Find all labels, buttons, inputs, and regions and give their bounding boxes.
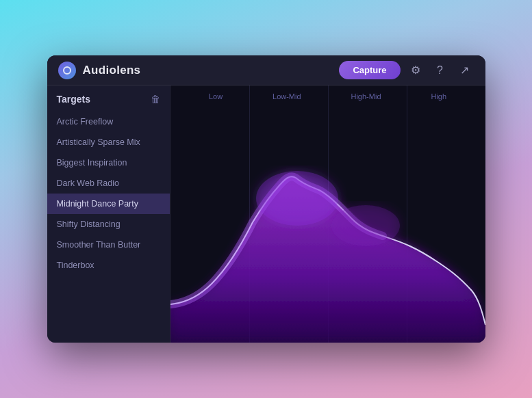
titlebar-actions: Capture ⚙ ? ↗ <box>339 61 474 80</box>
app-title: Audiolens <box>83 64 340 77</box>
visualization-panel: Low Low-Mid High-Mid High <box>170 85 485 343</box>
logo-icon <box>63 66 71 75</box>
sidebar-item-arctic-freeflow[interactable]: Arctic Freeflow <box>47 111 170 132</box>
external-link-button[interactable]: ↗ <box>455 61 474 80</box>
sidebar-item-tinderbox[interactable]: Tinderbox <box>47 255 170 276</box>
capture-button[interactable]: Capture <box>339 61 400 79</box>
sidebar-title: Targets <box>57 94 91 105</box>
sidebar-item-midnight-dance-party[interactable]: Midnight Dance Party <box>47 194 170 214</box>
app-window: Audiolens Capture ⚙ ? ↗ Targets 🗑 Arctic… <box>47 55 485 343</box>
titlebar: Audiolens Capture ⚙ ? ↗ <box>47 55 485 85</box>
app-logo <box>58 62 76 79</box>
sidebar-item-shifty-distancing[interactable]: Shifty Distancing <box>47 214 170 235</box>
targets-list: Arctic FreeflowArtistically Sparse MixBi… <box>47 111 170 276</box>
sidebar-item-biggest-inspiration[interactable]: Biggest Inspiration <box>47 152 170 173</box>
sidebar-item-dark-web-radio[interactable]: Dark Web Radio <box>47 173 170 194</box>
settings-icon: ⚙ <box>411 64 420 77</box>
sidebar-item-artistically-sparse-mix[interactable]: Artistically Sparse Mix <box>47 132 170 152</box>
arrow-icon: ↗ <box>460 64 469 77</box>
spectrum-visualization <box>170 85 485 343</box>
svg-point-0 <box>256 171 338 226</box>
sidebar: Targets 🗑 Arctic FreeflowArtistically Sp… <box>47 85 170 343</box>
svg-point-1 <box>331 205 400 246</box>
settings-button[interactable]: ⚙ <box>406 61 425 80</box>
help-button[interactable]: ? <box>431 61 450 80</box>
sidebar-item-smoother-than-butter[interactable]: Smoother Than Butter <box>47 235 170 255</box>
help-icon: ? <box>437 64 443 77</box>
delete-target-icon[interactable]: 🗑 <box>151 94 160 105</box>
main-content: Targets 🗑 Arctic FreeflowArtistically Sp… <box>47 85 485 343</box>
sidebar-header: Targets 🗑 <box>47 94 170 111</box>
